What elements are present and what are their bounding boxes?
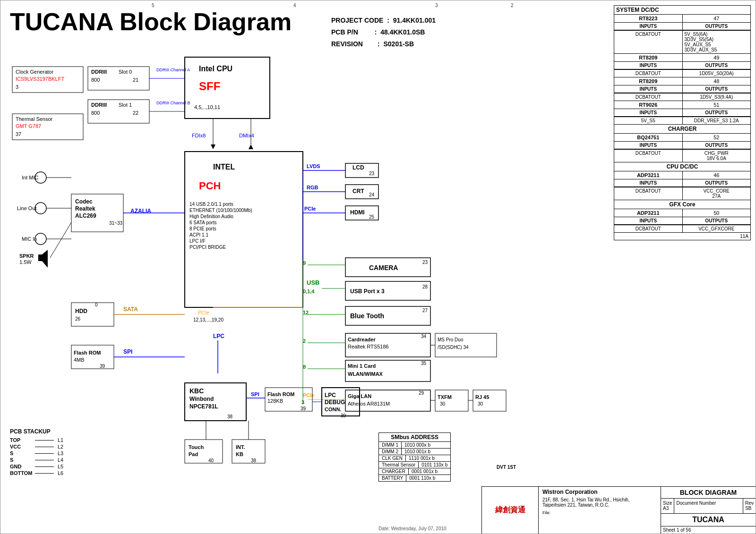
svg-text:128KB: 128KB: [267, 398, 283, 404]
svg-text:0,1,4: 0,1,4: [303, 288, 315, 294]
svg-text:PCI/PCI BRIDGE: PCI/PCI BRIDGE: [189, 245, 226, 250]
svg-rect-122: [473, 390, 506, 411]
svg-text:12,13,...,19,20: 12,13,...,19,20: [193, 317, 223, 322]
svg-text:Atheros AR8131M: Atheros AR8131M: [348, 401, 390, 407]
dvt-label: DVT 1ST: [497, 465, 516, 470]
pcb-line-5: [35, 466, 54, 467]
doc-name: TUCANA: [661, 513, 756, 526]
svg-text:PCIe: PCIe: [198, 310, 209, 315]
svg-text:Pad: Pad: [189, 451, 198, 457]
svg-text:FDIx8: FDIx8: [192, 133, 206, 138]
svg-text:ACPI 1.1: ACPI 1.1: [189, 232, 208, 237]
smbus-row-dimm2: DIMM 2 1010 001x b: [379, 449, 450, 455]
pcb-line-1: [35, 440, 54, 441]
svg-line-45: [50, 222, 71, 258]
svg-text:PCIe: PCIe: [303, 392, 314, 398]
project-code: PROJECT CODE : 91.4KK01.001: [331, 15, 436, 26]
svg-text:DMIx4: DMIx4: [239, 133, 254, 138]
svg-text:KBC: KBC: [189, 387, 204, 395]
svg-text:35: 35: [421, 361, 427, 366]
svg-text:39: 39: [301, 406, 306, 411]
svg-text:NPCE781L: NPCE781L: [189, 403, 218, 410]
svg-text:6 SATA ports: 6 SATA ports: [189, 220, 216, 225]
svg-text:800: 800: [91, 110, 100, 116]
svg-text:2: 2: [303, 338, 306, 344]
svg-text:Cardreader: Cardreader: [348, 337, 376, 342]
svg-text:Mini 1 Card: Mini 1 Card: [348, 363, 376, 369]
svg-text:28: 28: [422, 284, 428, 289]
pcb-line-3: [35, 453, 54, 454]
svg-text:DDRIII: DDRIII: [91, 69, 107, 75]
svg-text:Blue Tooth: Blue Tooth: [350, 312, 384, 320]
svg-text:Slot 0: Slot 0: [119, 69, 132, 75]
svg-text:8: 8: [303, 364, 306, 370]
company-logo: 緯創資通: [482, 487, 539, 534]
svg-text:SFF: SFF: [199, 80, 220, 93]
svg-text:22: 22: [133, 110, 138, 116]
border-mark-top2: 2: [511, 3, 514, 8]
svg-text:38: 38: [251, 458, 257, 463]
svg-text:/SD(SDHC) 34: /SD(SDHC) 34: [438, 345, 469, 350]
svg-text:Intel CPU: Intel CPU: [199, 65, 232, 73]
svg-text:39: 39: [100, 364, 105, 369]
svg-text:DDRIII: DDRIII: [91, 102, 107, 108]
svg-text:INT.: INT.: [236, 444, 245, 450]
svg-text:PCH: PCH: [199, 180, 221, 192]
svg-rect-118: [435, 390, 468, 411]
svg-text:KB: KB: [236, 451, 243, 457]
smbus-table: SMbus ADDRESS DIMM 1 1010 000x b DIMM 2 …: [378, 432, 451, 482]
page-title: TUCANA Block Diagram: [10, 8, 292, 36]
svg-text:DEBUG: DEBUG: [325, 399, 345, 406]
svg-marker-30: [211, 144, 215, 149]
border-mark-top4: 4: [293, 3, 296, 8]
pcb-line-4: [35, 460, 54, 460]
svg-text:Winbond: Winbond: [189, 396, 214, 402]
svg-text:ALC269: ALC269: [75, 212, 96, 219]
svg-text:Slot 1: Slot 1: [119, 102, 132, 108]
pcb-line-2: [35, 447, 54, 447]
svg-text:ICS9LVS3197BKLFT: ICS9LVS3197BKLFT: [16, 76, 64, 82]
smbus-row-charger: CHARGER 0001 001x b: [379, 468, 450, 475]
svg-text:14 USB 2.0/1.1 ports: 14 USB 2.0/1.1 ports: [189, 202, 233, 207]
svg-text:Line Out: Line Out: [17, 205, 37, 211]
svg-text:LVDS: LVDS: [307, 163, 320, 169]
svg-text:ETHERNET  (10/100/1000Mb): ETHERNET (10/100/1000Mb): [189, 208, 252, 213]
svg-text:INTEL: INTEL: [213, 163, 235, 171]
svg-text:CAMERA: CAMERA: [369, 264, 398, 271]
company-info: Wistron Corporation 21F, 88, Sec. 1, Hsi…: [539, 487, 661, 534]
document-info: BLOCK DIAGRAM Size A3 Document Number Re…: [661, 487, 756, 534]
svg-text:LCD: LCD: [352, 164, 364, 171]
svg-text:USB: USB: [307, 279, 319, 286]
svg-text:LPC: LPC: [325, 392, 336, 398]
svg-text:24: 24: [369, 192, 375, 197]
svg-text:Int MIC: Int MIC: [22, 175, 39, 180]
right-panel: SYSTEM DC/DC RT8223 47 INPUTS OUTPUTS DC…: [614, 5, 751, 240]
svg-text:9: 9: [303, 260, 306, 266]
svg-text:WLAN/WIMAX: WLAN/WIMAX: [348, 371, 383, 377]
pcb-row-bottom: BOTTOM L6: [10, 470, 63, 476]
svg-marker-31: [249, 144, 253, 149]
svg-text:21: 21: [133, 77, 138, 83]
svg-text:SPKR: SPKR: [19, 253, 34, 259]
svg-text:Flash ROM: Flash ROM: [74, 350, 101, 356]
svg-text:LPC: LPC: [213, 333, 224, 339]
svg-text:HDD: HDD: [75, 308, 87, 314]
svg-marker-41: [42, 250, 48, 268]
svg-text:39: 39: [341, 413, 346, 418]
svg-text:4MB: 4MB: [74, 357, 85, 363]
svg-text:26: 26: [75, 316, 81, 322]
pcb-row-s1: S L3: [10, 450, 63, 456]
svg-text:CONN.: CONN.: [325, 407, 341, 412]
svg-text:USB Port x 3: USB Port x 3: [350, 288, 385, 295]
svg-text:37: 37: [16, 131, 21, 137]
svg-text:23: 23: [369, 171, 375, 176]
svg-text:RGB: RGB: [307, 185, 318, 190]
svg-text:Flash ROM: Flash ROM: [267, 391, 294, 397]
svg-text:30: 30: [478, 401, 483, 407]
pcb-row-gnd: GND L5: [10, 464, 63, 469]
svg-text:23: 23: [422, 260, 428, 265]
svg-text:40: 40: [208, 458, 214, 463]
svg-text:800: 800: [91, 77, 100, 83]
pcb-row-vcc: VCC L2: [10, 444, 63, 449]
border-mark-top3: 3: [435, 3, 438, 8]
